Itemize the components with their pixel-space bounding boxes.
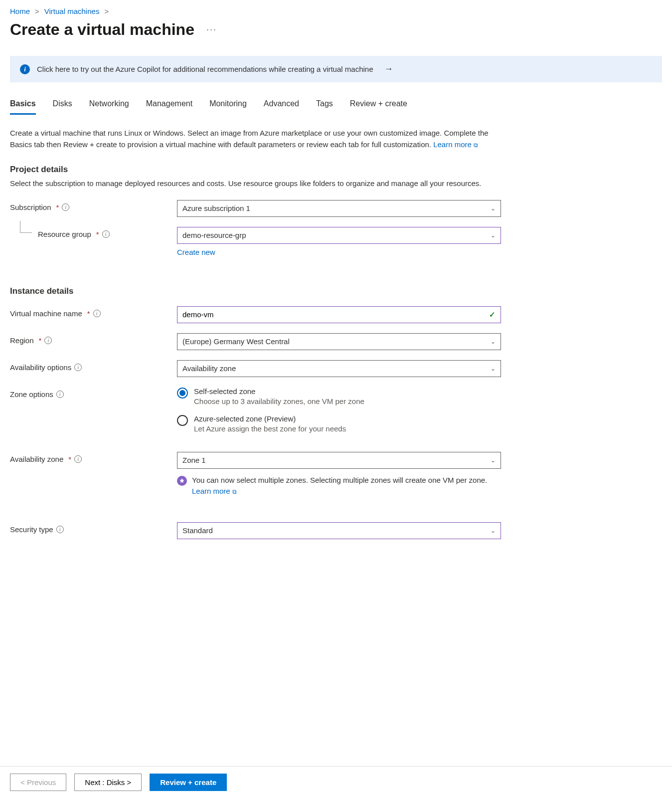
radio-self-desc: Choose up to 3 availability zones, one V… (194, 397, 364, 405)
radio-azure-desc: Let Azure assign the best zone for your … (194, 424, 346, 433)
required-asterisk: * (39, 336, 42, 345)
region-select[interactable]: (Europe) Germany West Central ⌄ (177, 333, 501, 350)
learn-more-label: Learn more (433, 140, 472, 149)
zone-note-text: You can now select multiple zones. Selec… (192, 476, 487, 484)
more-icon[interactable]: ··· (206, 24, 217, 35)
intro-body: Create a virtual machine that runs Linux… (10, 129, 489, 149)
info-icon[interactable]: i (74, 455, 82, 463)
availability-options-select[interactable]: Availability zone ⌄ (177, 360, 501, 377)
region-label: Region * i (10, 333, 177, 345)
tab-management[interactable]: Management (146, 99, 192, 115)
radio-self-label: Self-selected zone (194, 387, 364, 396)
tab-basics[interactable]: Basics (10, 99, 36, 115)
rocket-icon (177, 476, 187, 486)
intro-text: Create a virtual machine that runs Linux… (10, 127, 499, 151)
zone-options-label: Zone options i (10, 387, 177, 399)
indent-line (20, 221, 32, 233)
info-icon[interactable]: i (102, 230, 110, 238)
resource-group-value: demo-resource-grp (182, 231, 246, 239)
info-icon[interactable]: i (56, 526, 64, 533)
tabs: Basics Disks Networking Management Monit… (10, 99, 662, 115)
info-icon[interactable]: i (44, 337, 52, 344)
availability-zone-select[interactable]: Zone 1 ⌄ (177, 452, 501, 469)
chevron-right-icon: > (35, 7, 39, 15)
info-icon[interactable]: i (56, 391, 64, 398)
region-value: (Europe) Germany West Central (182, 337, 290, 346)
availability-zone-label-text: Availability zone (10, 455, 63, 463)
required-asterisk: * (56, 203, 59, 211)
zone-options-label-text: Zone options (10, 390, 53, 399)
external-link-icon: ⧉ (474, 142, 478, 149)
external-link-icon: ⧉ (232, 488, 237, 495)
radio-azure-label: Azure-selected zone (Preview) (194, 414, 346, 423)
region-label-text: Region (10, 336, 34, 345)
security-type-select[interactable]: Standard ⌄ (177, 522, 501, 539)
zone-learn-more-label: Learn more (192, 487, 230, 495)
create-new-link[interactable]: Create new (177, 248, 215, 256)
tab-tags[interactable]: Tags (316, 99, 333, 115)
breadcrumb-vms[interactable]: Virtual machines (44, 7, 100, 15)
resource-group-select[interactable]: demo-resource-grp ⌄ (177, 227, 501, 244)
availability-options-label: Availability options i (10, 360, 177, 372)
zone-info-note: You can now select multiple zones. Selec… (177, 475, 501, 497)
project-details-desc: Select the subscription to manage deploy… (10, 178, 499, 189)
vm-name-label-text: Virtual machine name (10, 309, 82, 318)
banner-text: Click here to try out the Azure Copilot … (37, 65, 373, 73)
subscription-select[interactable]: Azure subscription 1 ⌄ (177, 200, 501, 217)
chevron-down-icon: ⌄ (491, 365, 496, 372)
info-icon[interactable]: i (93, 310, 101, 317)
subscription-value: Azure subscription 1 (182, 204, 250, 212)
radio-self-selected[interactable] (177, 388, 188, 399)
page-title: Create a virtual machine (10, 20, 194, 39)
info-icon: i (20, 64, 30, 74)
section-instance-details: Instance details (10, 286, 662, 296)
tab-advanced[interactable]: Advanced (264, 99, 299, 115)
availability-zone-label: Availability zone * i (10, 452, 177, 463)
arrow-right-icon: → (384, 64, 393, 74)
tab-monitoring[interactable]: Monitoring (209, 99, 247, 115)
availability-zone-value: Zone 1 (182, 456, 206, 464)
section-project-details: Project details (10, 165, 662, 175)
chevron-down-icon: ⌄ (491, 338, 496, 345)
check-icon: ✓ (489, 310, 496, 319)
zone-options-radio-group: Self-selected zone Choose up to 3 availa… (177, 387, 501, 433)
vm-name-input[interactable] (182, 310, 489, 319)
chevron-down-icon: ⌄ (491, 457, 496, 464)
breadcrumb: Home > Virtual machines > (10, 7, 662, 15)
resource-group-label: Resource group * i (10, 227, 177, 238)
required-asterisk: * (68, 455, 71, 463)
zone-learn-more-link[interactable]: Learn more⧉ (192, 487, 237, 495)
copilot-banner[interactable]: i Click here to try out the Azure Copilo… (10, 56, 662, 82)
radio-azure-selected[interactable] (177, 415, 188, 426)
security-type-value: Standard (182, 526, 213, 535)
chevron-down-icon: ⌄ (491, 527, 496, 534)
tab-networking[interactable]: Networking (89, 99, 129, 115)
chevron-right-icon: > (104, 7, 109, 15)
security-type-label: Security type i (10, 522, 177, 534)
subscription-label: Subscription * i (10, 200, 177, 211)
learn-more-link[interactable]: Learn more⧉ (433, 140, 478, 149)
vm-name-label: Virtual machine name * i (10, 306, 177, 318)
resource-group-label-text: Resource group (38, 230, 91, 238)
chevron-down-icon: ⌄ (491, 205, 496, 212)
vm-name-input-wrapper: ✓ (177, 306, 501, 323)
chevron-down-icon: ⌄ (491, 232, 496, 239)
tab-disks[interactable]: Disks (53, 99, 72, 115)
breadcrumb-home[interactable]: Home (10, 7, 30, 15)
info-icon[interactable]: i (74, 364, 82, 371)
required-asterisk: * (96, 230, 99, 238)
subscription-label-text: Subscription (10, 203, 51, 211)
tab-review-create[interactable]: Review + create (350, 99, 407, 115)
required-asterisk: * (87, 309, 90, 318)
availability-options-label-text: Availability options (10, 363, 71, 372)
availability-options-value: Availability zone (182, 364, 236, 373)
info-icon[interactable]: i (62, 203, 69, 211)
security-type-label-text: Security type (10, 525, 53, 534)
